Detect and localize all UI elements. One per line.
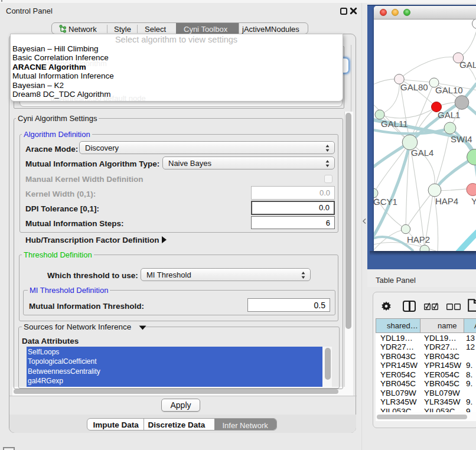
svg-text:SWI4: SWI4 <box>451 134 472 144</box>
svg-text:GCY1: GCY1 <box>374 197 397 207</box>
svg-text:HAP2: HAP2 <box>407 234 430 244</box>
svg-text:GAL11: GAL11 <box>381 119 408 129</box>
svg-text:GAL4: GAL4 <box>411 148 433 158</box>
svg-text:GAL80: GAL80 <box>400 82 428 92</box>
svg-text:GAL10: GAL10 <box>435 85 463 95</box>
svg-text:YJ: YJ <box>471 196 476 206</box>
svg-text:GAL1: GAL1 <box>438 110 460 120</box>
svg-text:HAP4: HAP4 <box>435 196 458 206</box>
svg-text:GAL7: GAL7 <box>459 60 476 70</box>
